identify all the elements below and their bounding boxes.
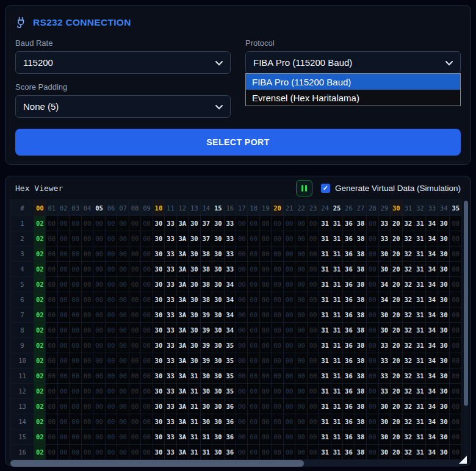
hex-cell: 20 bbox=[391, 216, 402, 231]
hex-cell: 30 bbox=[212, 338, 224, 353]
pause-simulation-button[interactable] bbox=[296, 180, 312, 196]
protocol-option-fiba-pro[interactable]: FIBA Pro (115200 Baud) bbox=[246, 74, 460, 90]
hex-cell: 36 bbox=[343, 445, 355, 460]
hex-cell: 30 bbox=[212, 445, 224, 460]
hex-cell: 00 bbox=[367, 323, 378, 338]
hex-cell: 00 bbox=[70, 262, 81, 277]
hex-cell: 33 bbox=[378, 338, 390, 353]
hex-cell: 00 bbox=[93, 216, 105, 231]
horizontal-scrollbar-thumb[interactable] bbox=[10, 460, 304, 467]
hex-cell: 00 bbox=[93, 292, 105, 307]
hex-cell: 36 bbox=[343, 430, 355, 445]
hex-cell: 31 bbox=[331, 292, 342, 307]
hex-cell: 20 bbox=[391, 307, 402, 323]
hex-cell: 34 bbox=[426, 430, 438, 445]
hex-cell: 30 bbox=[212, 246, 224, 262]
hex-cell: 00 bbox=[70, 307, 81, 323]
col-header-34: 34 bbox=[438, 200, 449, 216]
hex-cell: 30 bbox=[378, 414, 390, 430]
hex-cell: 32 bbox=[402, 353, 414, 369]
col-header-15: 15 bbox=[212, 200, 224, 216]
hex-cell: 00 bbox=[70, 353, 81, 369]
hex-cell: 00 bbox=[81, 369, 93, 384]
hex-cell: 31 bbox=[414, 246, 426, 262]
hex-cell: 31 bbox=[319, 353, 331, 369]
hex-cell: 00 bbox=[295, 430, 307, 445]
hex-cell: 02 bbox=[34, 414, 46, 430]
hex-cell: 00 bbox=[450, 399, 462, 414]
hex-cell: 00 bbox=[105, 262, 117, 277]
hex-cell: 02 bbox=[34, 323, 46, 338]
baud-rate-label: Baud Rate bbox=[15, 38, 231, 48]
hex-cell: 00 bbox=[450, 369, 462, 384]
hex-cell: 00 bbox=[81, 445, 93, 460]
select-port-button[interactable]: SELECT PORT bbox=[15, 129, 461, 156]
hex-cell: 02 bbox=[34, 353, 46, 369]
hex-cell: 00 bbox=[367, 292, 378, 307]
col-header-09: 09 bbox=[141, 200, 153, 216]
hex-cell: 00 bbox=[248, 307, 259, 323]
hex-cell: 38 bbox=[355, 430, 366, 445]
col-header-23: 23 bbox=[307, 200, 319, 216]
hex-cell: 3A bbox=[176, 414, 188, 430]
hex-cell: 00 bbox=[57, 430, 69, 445]
hex-cell: 36 bbox=[343, 216, 355, 231]
hex-cell: 20 bbox=[391, 277, 402, 292]
row-number: 14 bbox=[11, 414, 34, 430]
hex-cell: 30 bbox=[438, 307, 449, 323]
hex-cell: 00 bbox=[93, 307, 105, 323]
row-number: 8 bbox=[11, 323, 34, 338]
hex-cell: 00 bbox=[141, 292, 153, 307]
baud-rate-select[interactable]: 115200 bbox=[15, 51, 231, 74]
score-padding-select[interactable]: None (5) bbox=[15, 95, 231, 118]
hex-cell: 32 bbox=[402, 246, 414, 262]
hex-cell: 31 bbox=[189, 399, 200, 414]
vertical-scrollbar[interactable] bbox=[463, 200, 469, 459]
hex-cell: 38 bbox=[355, 307, 366, 323]
hex-cell: 00 bbox=[57, 369, 69, 384]
hex-cell: 00 bbox=[70, 216, 81, 231]
hex-cell: 30 bbox=[378, 323, 390, 338]
hex-cell: 33 bbox=[165, 445, 176, 460]
hex-cell: 00 bbox=[93, 414, 105, 430]
hex-cell: 30 bbox=[438, 246, 449, 262]
hex-cell: 00 bbox=[129, 231, 140, 246]
hex-cell: 00 bbox=[70, 292, 81, 307]
hex-cell: 00 bbox=[307, 246, 319, 262]
hex-cell: 31 bbox=[331, 369, 342, 384]
hex-cell: 20 bbox=[391, 414, 402, 430]
resize-grip-icon[interactable] bbox=[459, 456, 467, 464]
hex-cell: 00 bbox=[236, 262, 247, 277]
hex-row: 70200000000000000000030333A3039303400000… bbox=[11, 307, 462, 323]
hex-cell: 31 bbox=[319, 231, 331, 246]
hex-cell: 30 bbox=[438, 430, 449, 445]
vertical-scrollbar-thumb[interactable] bbox=[464, 201, 468, 406]
hex-cell: 00 bbox=[367, 231, 378, 246]
hex-cell: 20 bbox=[391, 399, 402, 414]
hex-cell: 00 bbox=[117, 262, 129, 277]
hex-cell: 00 bbox=[105, 277, 117, 292]
col-header-00: 00 bbox=[34, 200, 46, 216]
generate-virtual-data-checkbox[interactable]: ✓ Generate Virtual Data (Simulation) bbox=[321, 184, 461, 193]
hex-cell: 3A bbox=[176, 307, 188, 323]
hex-cell: 00 bbox=[367, 307, 378, 323]
horizontal-scrollbar[interactable] bbox=[10, 460, 462, 467]
row-number: 4 bbox=[11, 262, 34, 277]
hex-cell: 00 bbox=[272, 323, 283, 338]
hex-cell: 00 bbox=[93, 384, 105, 399]
hex-cell: 34 bbox=[426, 338, 438, 353]
hex-cell: 38 bbox=[355, 353, 366, 369]
hex-cell: 30 bbox=[189, 307, 200, 323]
hex-cell: 00 bbox=[283, 246, 295, 262]
panel-title: RS232 CONNECTION bbox=[33, 17, 131, 28]
hex-cell: 30 bbox=[438, 262, 449, 277]
hex-cell: 00 bbox=[259, 292, 271, 307]
protocol-select[interactable]: FIBA Pro (115200 Baud) bbox=[245, 51, 461, 74]
hex-cell: 35 bbox=[224, 369, 236, 384]
hex-cell: 33 bbox=[224, 246, 236, 262]
hex-cell: 00 bbox=[57, 246, 69, 262]
protocol-option-evrensel[interactable]: Evrensel (Hex Haritalama) bbox=[246, 90, 460, 106]
hex-cell: 39 bbox=[200, 353, 212, 369]
hex-viewer-controls: ✓ Generate Virtual Data (Simulation) bbox=[296, 180, 461, 196]
hex-cell: 00 bbox=[259, 323, 271, 338]
